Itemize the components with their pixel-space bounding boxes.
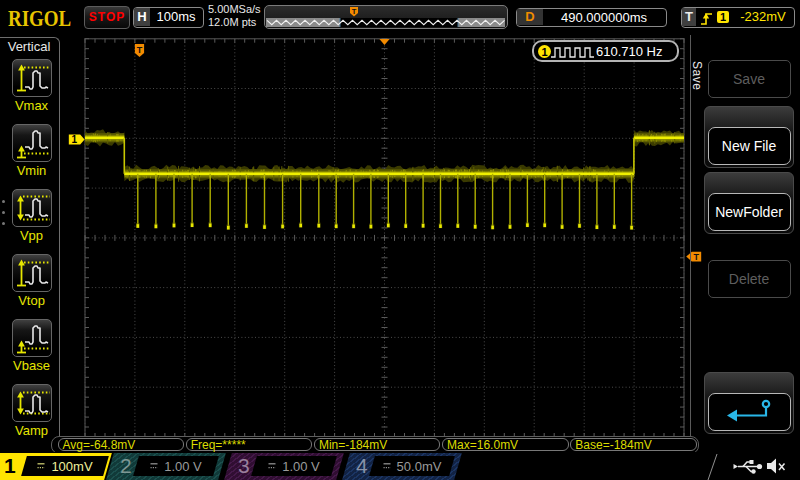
svg-text:1: 1: [71, 134, 77, 145]
svg-text:T: T: [693, 252, 699, 262]
svg-text:T: T: [137, 45, 143, 55]
